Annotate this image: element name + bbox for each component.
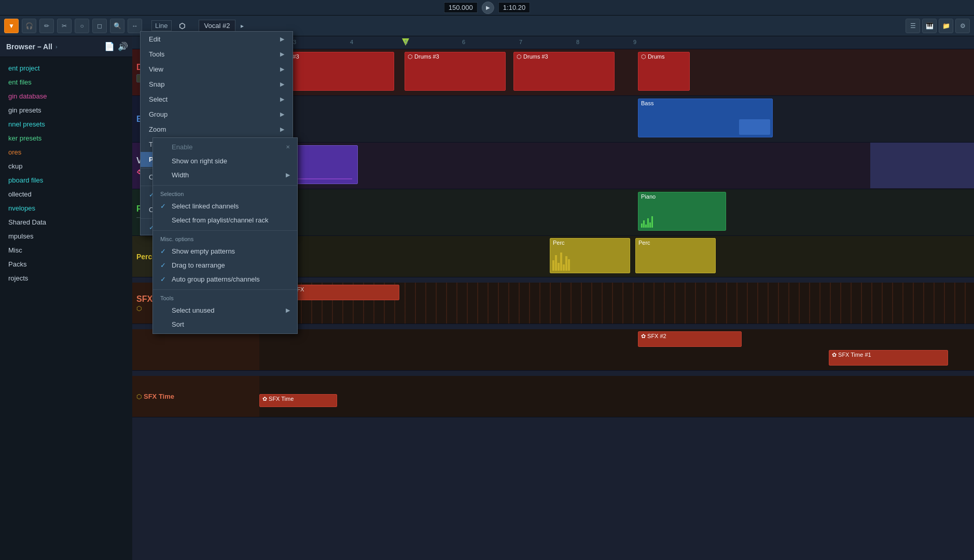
selection-header: Selection: [153, 189, 297, 199]
submenu-top-section: Enable ✕ Show on right side Width ▶: [153, 138, 297, 184]
enable-x: ✕: [286, 144, 290, 150]
enable-check: [160, 143, 168, 151]
misc-section: Misc. options ✓ Show empty patterns ✓ Dr…: [153, 232, 297, 288]
sort-check: [160, 320, 168, 328]
unused-check: [160, 306, 168, 314]
submenu-drag-rearrange[interactable]: ✓ Drag to rearrange: [153, 258, 297, 272]
submenu-select-from[interactable]: Select from playlist/channel rack: [153, 213, 297, 227]
submenu-enable[interactable]: Enable ✕: [153, 140, 297, 154]
show-right-check: [160, 157, 168, 165]
menu-snap[interactable]: Snap ▶: [141, 77, 293, 92]
submenu-show-empty[interactable]: ✓ Show empty patterns: [153, 244, 297, 258]
tools-header: Tools: [153, 293, 297, 303]
linked-check: ✓: [160, 202, 168, 210]
tools-arrow: ▶: [280, 51, 284, 58]
menu-zoom[interactable]: Zoom ▶: [141, 122, 293, 137]
menu-overlay: Edit ▶ Tools ▶ View ▶ Snap ▶ Select ▶ Gr…: [0, 0, 974, 560]
submenu-sort[interactable]: Sort: [153, 317, 297, 331]
submenu-div-1: [153, 185, 297, 186]
empty-check: ✓: [160, 247, 168, 255]
tools-section: Tools Select unused ▶ Sort: [153, 291, 297, 333]
menu-group[interactable]: Group ▶: [141, 107, 293, 122]
group-arrow: ▶: [280, 111, 284, 118]
edit-arrow: ▶: [280, 36, 284, 43]
submenu-width[interactable]: Width ▶: [153, 168, 297, 182]
menu-select[interactable]: Select ▶: [141, 92, 293, 107]
picker-panel-submenu: Enable ✕ Show on right side Width ▶ Sele…: [152, 137, 298, 334]
autogroup-check: ✓: [160, 275, 168, 283]
width-arrow: ▶: [286, 172, 290, 178]
selectfrom-check: [160, 216, 168, 224]
submenu-auto-group[interactable]: ✓ Auto group patterns/channels: [153, 272, 297, 286]
select-arrow: ▶: [280, 96, 284, 103]
width-check: [160, 171, 168, 179]
unused-arrow: ▶: [286, 307, 290, 314]
drag-check: ✓: [160, 261, 168, 269]
menu-tools[interactable]: Tools ▶: [141, 47, 293, 62]
submenu-select-unused[interactable]: Select unused ▶: [153, 303, 297, 317]
view-arrow: ▶: [280, 66, 284, 73]
snap-arrow: ▶: [280, 81, 284, 88]
menu-view[interactable]: View ▶: [141, 62, 293, 77]
menu-edit[interactable]: Edit ▶: [141, 32, 293, 47]
submenu-div-3: [153, 289, 297, 290]
submenu-select-linked[interactable]: ✓ Select linked channels: [153, 199, 297, 213]
zoom-arrow: ▶: [280, 126, 284, 133]
submenu-show-right[interactable]: Show on right side: [153, 154, 297, 168]
submenu-div-2: [153, 230, 297, 231]
misc-header: Misc. options: [153, 234, 297, 244]
selection-section: Selection ✓ Select linked channels Selec…: [153, 187, 297, 229]
